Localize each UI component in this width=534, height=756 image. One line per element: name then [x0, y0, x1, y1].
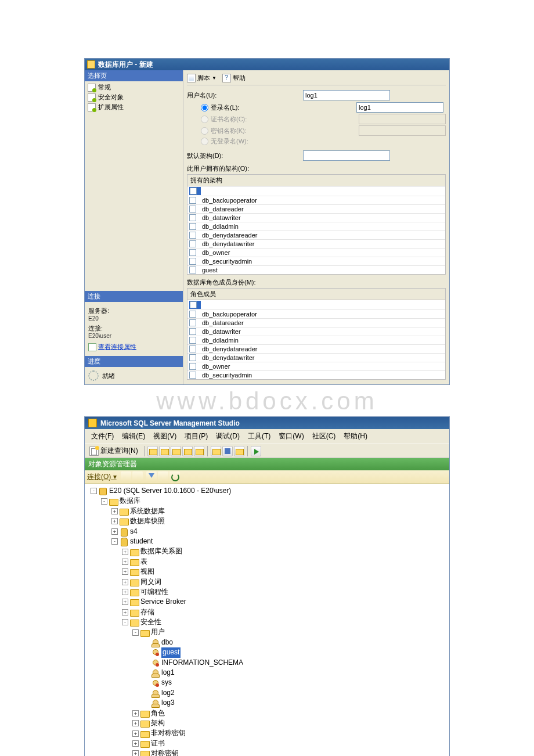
schema-row[interactable]: db_backupoperator	[187, 196, 445, 205]
menu-item[interactable]: 文件(F)	[87, 430, 118, 442]
tree-node[interactable]: +s4	[86, 527, 448, 537]
checkbox[interactable]	[189, 249, 196, 256]
checkbox[interactable]	[189, 267, 196, 273]
role-row[interactable]: db_datareader	[187, 319, 445, 327]
expander-icon[interactable]: +	[132, 720, 139, 726]
tree-node[interactable]: -E20 (SQL Server 10.0.1600 - E20\user)	[86, 486, 448, 496]
role-row[interactable]: db_owner	[187, 362, 445, 371]
role-row[interactable]: db_denydatareader	[187, 345, 445, 354]
username-input[interactable]	[303, 90, 390, 100]
tree-node[interactable]: +存储	[86, 607, 448, 617]
oe-disconnect-icon[interactable]	[132, 471, 143, 482]
checkbox[interactable]	[189, 345, 196, 352]
dialog-titlebar[interactable]: 数据库用户 - 新建	[85, 59, 449, 70]
page-扩展属性[interactable]: 扩展属性	[86, 102, 182, 112]
oe-refresh-icon[interactable]	[169, 471, 180, 482]
schema-row[interactable]: db_securityadmin	[187, 257, 445, 266]
expander-icon[interactable]: +	[122, 568, 128, 575]
tree-node[interactable]: INFORMATION_SCHEMA	[86, 658, 448, 668]
checkbox[interactable]	[189, 328, 196, 335]
tree-node[interactable]: +同义词	[86, 577, 448, 587]
checkbox[interactable]	[189, 232, 196, 239]
page-安全对象[interactable]: 安全对象	[86, 92, 182, 102]
tree-node[interactable]: guest	[86, 647, 448, 657]
role-row[interactable]: db_backupoperator	[187, 310, 445, 319]
oe-stop-icon[interactable]	[158, 471, 168, 482]
role-row[interactable]: db_datawriter	[187, 327, 445, 336]
tree-node[interactable]: +可编程性	[86, 587, 448, 597]
schema-row[interactable]: db_ddladmin	[187, 222, 445, 231]
expander-icon[interactable]: +	[122, 609, 128, 615]
checkbox[interactable]	[190, 188, 197, 195]
role-membership-grid[interactable]: db_accessadmindb_backupoperatordb_datare…	[187, 300, 446, 380]
expander-icon[interactable]	[143, 669, 149, 676]
menu-item[interactable]: 调试(D)	[212, 430, 244, 442]
checkbox[interactable]	[189, 311, 196, 318]
checkbox[interactable]	[189, 354, 196, 361]
tree-node[interactable]: sys	[86, 678, 448, 687]
expander-icon[interactable]	[143, 680, 149, 686]
script-button[interactable]: 脚本 ▼	[187, 74, 217, 82]
role-row[interactable]: db_securityadmin	[187, 371, 445, 379]
tree-node[interactable]: +非对称密钥	[86, 728, 448, 738]
tree-node[interactable]: +数据库快照	[86, 516, 448, 526]
checkbox[interactable]	[189, 363, 196, 370]
role-row[interactable]: db_denydatawriter	[187, 354, 445, 362]
tree-node[interactable]: +数据库关系图	[86, 546, 448, 556]
execute-icon[interactable]	[251, 446, 261, 456]
expander-icon[interactable]: -	[91, 488, 97, 494]
defaultschema-input[interactable]	[303, 150, 390, 161]
toolbar-icon-5[interactable]	[194, 446, 204, 456]
schema-row[interactable]: db_datawriter	[187, 214, 445, 222]
expander-icon[interactable]	[143, 690, 149, 696]
login-input[interactable]	[356, 102, 443, 113]
schema-row[interactable]: db_denydatawriter	[187, 240, 445, 249]
role-row[interactable]: db_accessadmin	[187, 300, 445, 310]
page-常规[interactable]: 常规	[86, 82, 182, 92]
menu-item[interactable]: 窗口(W)	[275, 430, 308, 442]
expander-icon[interactable]: +	[111, 528, 118, 535]
object-explorer-tree[interactable]: -E20 (SQL Server 10.0.1600 - E20\user)-数…	[85, 484, 449, 756]
checkbox[interactable]	[189, 223, 196, 230]
toolbar-icon-1[interactable]	[147, 446, 158, 456]
tree-node[interactable]: +系统数据库	[86, 506, 448, 516]
expander-icon[interactable]: +	[111, 518, 118, 524]
checkbox[interactable]	[189, 206, 196, 213]
expander-icon[interactable]	[143, 700, 149, 706]
saveall-icon[interactable]	[234, 446, 244, 456]
view-connection-link[interactable]: 查看连接属性	[88, 343, 179, 351]
expander-icon[interactable]: +	[122, 589, 128, 595]
save-icon[interactable]	[222, 446, 233, 456]
menu-item[interactable]: 项目(P)	[181, 430, 212, 442]
tree-node[interactable]: dbo	[86, 638, 448, 647]
schema-row[interactable]: guest	[187, 266, 445, 274]
tree-node[interactable]: +角色	[86, 708, 448, 718]
expander-icon[interactable]: +	[132, 730, 139, 737]
tree-node[interactable]: log3	[86, 698, 448, 708]
tree-node[interactable]: log1	[86, 668, 448, 678]
schema-row[interactable]: db_denydatareader	[187, 231, 445, 240]
role-row[interactable]: db_ddladmin	[187, 336, 445, 345]
schema-row[interactable]: db_accessadmin	[187, 186, 445, 196]
expander-icon[interactable]: +	[132, 750, 139, 756]
expander-icon[interactable]: -	[101, 498, 107, 505]
checkbox[interactable]	[189, 197, 196, 204]
tree-node[interactable]: log2	[86, 688, 448, 698]
expander-icon[interactable]: +	[111, 508, 118, 514]
expander-icon[interactable]: -	[122, 619, 128, 625]
expander-icon[interactable]: +	[122, 599, 128, 605]
tree-node[interactable]: -安全性	[86, 617, 448, 627]
toolbar-icon-2[interactable]	[159, 446, 169, 456]
connect-dropdown[interactable]: 连接(O) ▾	[87, 472, 117, 482]
expander-icon[interactable]: -	[132, 629, 139, 636]
expander-icon[interactable]: +	[122, 549, 128, 555]
checkbox[interactable]	[190, 301, 197, 308]
tree-node[interactable]: +对称密钥	[86, 748, 448, 756]
tree-node[interactable]: +视图	[86, 567, 448, 577]
expander-icon[interactable]	[143, 649, 149, 656]
tree-node[interactable]: -数据库	[86, 496, 448, 506]
menu-item[interactable]: 视图(V)	[149, 430, 181, 442]
expander-icon[interactable]	[143, 660, 149, 666]
expander-icon[interactable]: +	[122, 579, 128, 585]
toolbar-icon-4[interactable]	[182, 446, 193, 456]
